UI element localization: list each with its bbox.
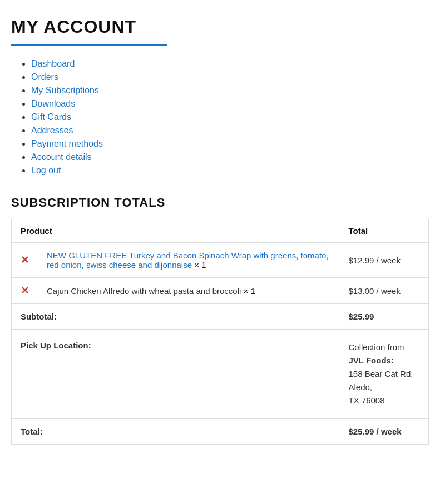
title-divider [11, 44, 167, 46]
product-price-1: $12.99 / week [340, 243, 429, 278]
nav-item-addresses: Addresses [31, 126, 429, 136]
nav-link-addresses[interactable]: Addresses [31, 126, 73, 135]
pickup-row: Pick Up Location: Collection from JVL Fo… [12, 330, 429, 419]
header-product: Product [12, 219, 340, 243]
table-row: ✕ Cajun Chicken Alfredo with wheat pasta… [12, 278, 429, 304]
product-link-1[interactable]: NEW GLUTEN FREE Turkey and Bacon Spinach… [47, 251, 329, 270]
subtotal-label: Subtotal: [12, 304, 340, 330]
subtotal-value: $25.99 [340, 304, 429, 330]
total-row: Total: $25.99 / week [12, 419, 429, 445]
product-cell-1: NEW GLUTEN FREE Turkey and Bacon Spinach… [38, 243, 340, 278]
nav-link-log-out[interactable]: Log out [31, 166, 61, 175]
product-qty-2: × 1 [244, 286, 255, 296]
nav-item-my-subscriptions: My Subscriptions [31, 86, 429, 96]
product-price-2: $13.00 / week [340, 278, 429, 304]
nav-item-dashboard: Dashboard [31, 59, 429, 69]
pickup-info-container: Collection from JVL Foods: 158 Bear Cat … [349, 341, 420, 407]
pickup-info-line1: Collection from [349, 342, 404, 352]
subtotal-row: Subtotal: $25.99 [12, 304, 429, 330]
pickup-address1: 158 Bear Cat Rd, [349, 369, 413, 378]
nav-item-account-details: Account details [31, 152, 429, 162]
account-nav: Dashboard Orders My Subscriptions Downlo… [11, 59, 429, 176]
total-value: $25.99 / week [340, 419, 429, 445]
total-label: Total: [12, 419, 340, 445]
product-cell-2: Cajun Chicken Alfredo with wheat pasta a… [38, 278, 340, 304]
header-total: Total [340, 219, 429, 243]
nav-item-gift-cards: Gift Cards [31, 112, 429, 122]
pickup-label: Pick Up Location: [12, 330, 340, 419]
nav-link-account-details[interactable]: Account details [31, 152, 92, 162]
pickup-info: Collection from JVL Foods: 158 Bear Cat … [340, 330, 429, 419]
remove-cell-1: ✕ [12, 243, 38, 278]
nav-item-log-out: Log out [31, 166, 429, 176]
pickup-address2: Aledo, [349, 382, 373, 392]
product-qty-1: × 1 [194, 260, 206, 270]
table-header-row: Product Total [12, 219, 429, 243]
nav-link-orders[interactable]: Orders [31, 72, 58, 82]
nav-item-orders: Orders [31, 72, 429, 82]
nav-link-payment-methods[interactable]: Payment methods [31, 139, 103, 148]
table-row: ✕ NEW GLUTEN FREE Turkey and Bacon Spina… [12, 243, 429, 278]
nav-link-downloads[interactable]: Downloads [31, 99, 75, 108]
nav-item-downloads: Downloads [31, 99, 429, 109]
page-title: MY ACCOUNT [11, 17, 429, 37]
subscription-table: Product Total ✕ NEW GLUTEN FREE Turkey a… [11, 219, 429, 445]
remove-item-1-button[interactable]: ✕ [21, 255, 29, 265]
subscription-section-title: SUBSCRIPTION TOTALS [11, 196, 429, 210]
nav-link-gift-cards[interactable]: Gift Cards [31, 112, 71, 122]
pickup-address3: TX 76008 [349, 396, 385, 405]
nav-link-my-subscriptions[interactable]: My Subscriptions [31, 86, 99, 95]
remove-cell-2: ✕ [12, 278, 38, 304]
remove-item-2-button[interactable]: ✕ [21, 286, 29, 296]
pickup-business-name: JVL Foods: [349, 356, 394, 365]
nav-item-payment-methods: Payment methods [31, 139, 429, 149]
nav-link-dashboard[interactable]: Dashboard [31, 59, 75, 68]
product-name-2: Cajun Chicken Alfredo with wheat pasta a… [47, 286, 241, 296]
